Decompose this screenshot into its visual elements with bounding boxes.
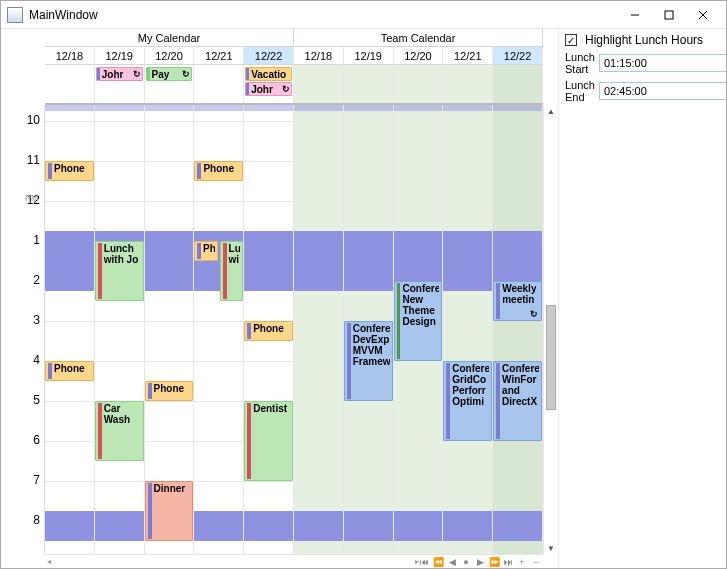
recurring-icon: ↻ xyxy=(282,84,290,94)
event-label: Confere New Theme Design xyxy=(400,283,439,359)
appointment[interactable]: Dinner xyxy=(145,481,194,541)
event-label: Phone xyxy=(52,363,85,379)
appointment[interactable]: Confere DevExp MVVM Framew xyxy=(344,321,393,401)
lunch-highlight xyxy=(45,511,94,541)
bottom-bar: ◂ ▸ ⏮ ⏪ ◀ ● ▶ ⏩ ⏭ + − xyxy=(45,554,543,568)
day-column[interactable]: Confere GridCo Perforr Optimi xyxy=(443,105,493,554)
allday-cell[interactable] xyxy=(443,65,493,103)
appointment[interactable]: Phone xyxy=(244,321,293,341)
allday-cell[interactable] xyxy=(45,65,95,103)
appointment[interactable]: Confere GridCo Perforr Optimi xyxy=(443,361,492,441)
appointment[interactable]: Phone xyxy=(45,161,94,181)
day-header[interactable]: 12/21 xyxy=(194,47,244,65)
lunch-highlight xyxy=(493,511,542,541)
day-header[interactable]: 12/21 xyxy=(443,47,493,65)
appointment[interactable]: ↻Weekly meetin xyxy=(493,281,542,321)
vertical-scrollbar[interactable]: ▲ ▼ xyxy=(543,105,558,554)
appointment[interactable]: Phone xyxy=(45,361,94,381)
allday-cell[interactable] xyxy=(394,65,444,103)
lunch-start-label: Lunch Start xyxy=(565,51,595,75)
lunch-end-input[interactable] xyxy=(599,82,726,100)
scroll-down-icon[interactable]: ▼ xyxy=(547,542,555,554)
scroll-up-icon[interactable]: ▲ xyxy=(547,105,555,117)
lunch-end-label: Lunch End xyxy=(565,79,595,103)
appointment[interactable]: Confere WinFor and DirectX xyxy=(493,361,542,441)
day-column[interactable]: Confere New Theme Design xyxy=(394,105,444,554)
calendar-area: My CalendarTeam Calendar 12/1812/1912/20… xyxy=(1,29,558,568)
close-button[interactable] xyxy=(686,4,720,26)
highlight-lunch-checkbox[interactable]: ✓ xyxy=(565,34,577,46)
appointment[interactable]: Phone xyxy=(194,161,243,181)
event-label: Johr xyxy=(249,84,282,95)
day-header[interactable]: 12/18 xyxy=(294,47,344,65)
allday-cell[interactable]: VacatioJohr↻ xyxy=(244,65,294,103)
lunch-highlight xyxy=(294,231,343,291)
allday-event[interactable]: Johr↻ xyxy=(96,67,143,81)
nav-last-icon: ⏭ xyxy=(503,557,513,567)
event-label: Lu wi xyxy=(227,243,241,299)
allday-cell[interactable] xyxy=(344,65,394,103)
day-column[interactable]: PhoneDentist xyxy=(244,105,294,554)
time-ruler: 101112PM12345678 xyxy=(1,105,45,554)
day-column[interactable]: PhonePhone xyxy=(45,105,95,554)
lunch-start-input[interactable] xyxy=(599,54,726,72)
nav-buttons[interactable]: ⏮ ⏪ ◀ ● ▶ ⏩ ⏭ + − xyxy=(419,557,541,567)
hour-label: 10 xyxy=(14,113,40,127)
day-column[interactable]: Confere DevExp MVVM Framew xyxy=(344,105,394,554)
appointment[interactable]: Dentist xyxy=(244,401,293,481)
day-column[interactable]: Lunch with JoCar Wash xyxy=(95,105,145,554)
svg-rect-1 xyxy=(665,11,673,19)
day-column[interactable]: ↻Weekly meetinConfere WinFor and DirectX xyxy=(493,105,543,554)
lunch-highlight xyxy=(443,105,492,111)
scroll-thumb[interactable] xyxy=(546,305,556,410)
horizontal-scrollbar[interactable]: ◂ ▸ xyxy=(47,558,419,566)
lunch-highlight xyxy=(244,511,293,541)
minimize-button[interactable] xyxy=(618,4,652,26)
maximize-button[interactable] xyxy=(652,4,686,26)
hour-label: 11 xyxy=(14,153,40,167)
calendar-grid[interactable]: PhonePhoneLunch with JoCar WashPhoneDinn… xyxy=(45,105,543,554)
appointment[interactable]: Phone xyxy=(145,381,194,401)
lunch-highlight xyxy=(45,231,94,291)
appointment[interactable]: Lunch with Jo xyxy=(95,241,144,301)
day-header[interactable]: 12/20 xyxy=(145,47,195,65)
appointment[interactable]: Car Wash xyxy=(95,401,144,461)
day-header[interactable]: 12/22 xyxy=(244,47,294,65)
event-label: Car Wash xyxy=(102,403,130,459)
nav-zoom-out-icon: − xyxy=(531,557,541,567)
allday-event[interactable]: Pay↻ xyxy=(146,67,193,81)
day-column[interactable]: PhonePhLu wi xyxy=(194,105,244,554)
hour-label: 8 xyxy=(14,513,40,527)
nav-prev-icon: ◀ xyxy=(447,557,457,567)
appointment[interactable]: Lu wi xyxy=(220,241,243,301)
allday-cell[interactable] xyxy=(493,65,543,103)
lunch-highlight xyxy=(244,231,293,291)
nav-nextpage-icon: ⏩ xyxy=(489,557,499,567)
appointment[interactable]: Ph xyxy=(194,241,217,261)
hour-label: 4 xyxy=(14,353,40,367)
event-label: Phone xyxy=(152,383,185,399)
day-header[interactable]: 12/19 xyxy=(95,47,145,65)
day-column[interactable] xyxy=(294,105,344,554)
lunch-highlight xyxy=(394,105,443,111)
allday-cell[interactable]: Johr↻ xyxy=(95,65,145,103)
allday-cell[interactable] xyxy=(294,65,344,103)
lunch-highlight xyxy=(45,105,94,111)
recurring-icon: ↻ xyxy=(182,69,190,79)
allday-event[interactable]: Vacatio xyxy=(245,67,292,81)
side-panel: ✓ Highlight Lunch Hours Lunch Start Lunc… xyxy=(558,29,726,568)
day-header[interactable]: 12/20 xyxy=(394,47,444,65)
lunch-highlight xyxy=(145,105,194,111)
allday-cell[interactable] xyxy=(194,65,244,103)
day-header[interactable]: 12/22 xyxy=(493,47,543,65)
allday-event[interactable]: Johr↻ xyxy=(245,82,292,96)
day-column[interactable]: PhoneDinner xyxy=(145,105,195,554)
event-label: Phone xyxy=(52,163,85,179)
window-title: MainWindow xyxy=(29,8,98,22)
day-header[interactable]: 12/19 xyxy=(344,47,394,65)
allday-cell[interactable]: Pay↻ xyxy=(145,65,195,103)
appointment[interactable]: Confere New Theme Design xyxy=(394,281,443,361)
event-label: Ph xyxy=(201,243,215,259)
day-header[interactable]: 12/18 xyxy=(45,47,95,65)
hour-label: 2 xyxy=(14,273,40,287)
